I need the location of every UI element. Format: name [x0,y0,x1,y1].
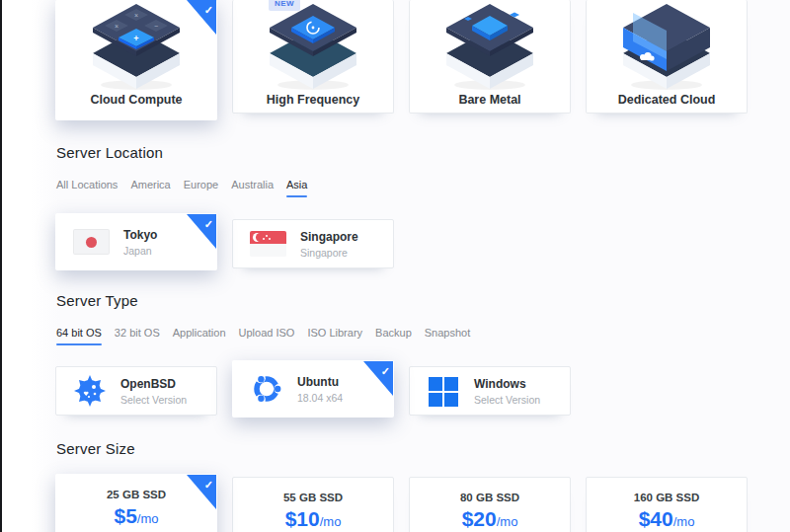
location-city: Tokyo [123,228,157,242]
tab-iso-library[interactable]: ISO Library [307,327,362,351]
tab-all-locations[interactable]: All Locations [56,179,118,203]
plan-label: Dedicated Cloud [618,93,716,107]
plan-card-cloud-compute[interactable]: ✓ × × − + Cloud Compute [55,0,217,120]
os-card-openbsd[interactable]: OpenBSD Select Version [55,366,217,416]
storage-label: 25 GB SSD [56,489,216,500]
tab-64-bit-os[interactable]: 64 bit OS [56,327,102,351]
os-card-ubuntu[interactable]: ✓ Ubuntu 18.04 x64 [232,360,394,418]
tab-application[interactable]: Application [173,327,226,351]
check-icon: ✓ [204,4,213,17]
os-card-row: OpenBSD Select Version ✓ Ubuntu 18.04 x6… [55,366,749,423]
plan-label: Cloud Compute [90,93,182,107]
openbsd-icon [73,374,107,408]
os-name: OpenBSD [120,377,187,391]
tab-america[interactable]: America [130,179,170,203]
tab-backup[interactable]: Backup [375,327,412,351]
singapore-flag [250,231,286,257]
tab-asia[interactable]: Asia [286,179,307,203]
svg-text:+: + [133,34,138,43]
location-country: Singapore [300,247,358,259]
price: $10/mo [233,507,393,531]
location-card-tokyo[interactable]: ✓ Tokyo Japan [55,213,217,270]
os-card-windows[interactable]: Windows Select Version [409,366,571,416]
size-card-160gb[interactable]: 160 GB SSD $40/mo ($0.060/h) [586,477,748,532]
price: $5/mo [56,504,216,528]
size-card-80gb[interactable]: 80 GB SSD $20/mo ($0.030/h) [409,477,571,532]
tab-32-bit-os[interactable]: 32 bit OS [115,327,160,351]
server-size-title: Server Size [56,440,135,457]
location-card-singapore[interactable]: Singapore Singapore [232,219,394,268]
os-version: Select Version [474,394,540,406]
japan-flag [73,229,110,255]
tab-europe[interactable]: Europe [184,179,218,203]
storage-label: 80 GB SSD [410,492,570,503]
server-location-title: Server Location [56,144,163,161]
price-period: /mo [497,514,518,529]
size-card-55gb[interactable]: 55 GB SSD $10/mo ($0.015/h) [232,477,394,532]
dedicated-cloud-illustration [586,0,748,91]
location-card-row: ✓ Tokyo Japan Singapore Singapore [55,219,749,276]
check-icon: ✓ [204,479,213,492]
screen-left-edge [0,0,2,532]
selected-check-badge: ✓ [187,214,216,249]
price: $40/mo [587,507,747,531]
price-amount: $10 [285,507,320,530]
size-card-row: ✓ 25 GB SSD $5/mo ($0.007/h) 55 GB SSD $… [55,477,749,532]
price-amount: $5 [114,504,136,527]
os-name: Windows [474,377,540,391]
plan-label: High Frequency [267,93,359,107]
price-period: /mo [673,514,695,529]
plan-card-high-frequency[interactable]: NEW High Frequency [232,0,394,114]
location-tabs: All Locations America Europe Australia A… [56,179,307,203]
svg-text:×: × [115,23,118,30]
cloud-compute-illustration: × × − + [55,0,217,91]
server-plan-row: ✓ × × − + Cloud Compute [55,0,749,120]
svg-text:×: × [134,12,138,19]
server-type-title: Server Type [56,292,138,309]
server-type-tabs: 64 bit OS 32 bit OS Application Upload I… [56,327,470,351]
price-period: /mo [137,511,159,526]
windows-icon [427,374,460,408]
price-amount: $40 [639,507,673,530]
ubuntu-icon [250,372,283,406]
bare-metal-illustration [409,0,571,91]
location-city: Singapore [300,230,358,244]
tab-australia[interactable]: Australia [231,179,274,203]
price: $20/mo [410,507,570,531]
tab-snapshot[interactable]: Snapshot [425,327,470,351]
price-amount: $20 [462,507,497,530]
check-icon: ✓ [381,365,390,378]
size-card-25gb[interactable]: ✓ 25 GB SSD $5/mo ($0.007/h) [55,474,217,532]
new-badge: NEW [269,0,300,11]
os-version: Select Version [120,394,187,406]
plan-label: Bare Metal [458,93,520,107]
check-icon: ✓ [204,218,213,231]
high-frequency-illustration [232,0,394,91]
deploy-page: ✓ × × − + Cloud Compute [0,0,790,532]
price-period: /mo [320,514,342,529]
selected-check-badge: ✓ [363,361,393,396]
storage-label: 55 GB SSD [233,492,393,503]
storage-label: 160 GB SSD [587,492,747,503]
os-name: Ubuntu [297,375,343,389]
location-country: Japan [123,245,157,257]
svg-text:−: − [154,23,158,30]
tab-upload-iso[interactable]: Upload ISO [239,327,295,351]
plan-card-bare-metal[interactable]: Bare Metal [409,0,571,114]
plan-card-dedicated-cloud[interactable]: Dedicated Cloud [586,0,748,114]
os-version: 18.04 x64 [297,392,343,404]
